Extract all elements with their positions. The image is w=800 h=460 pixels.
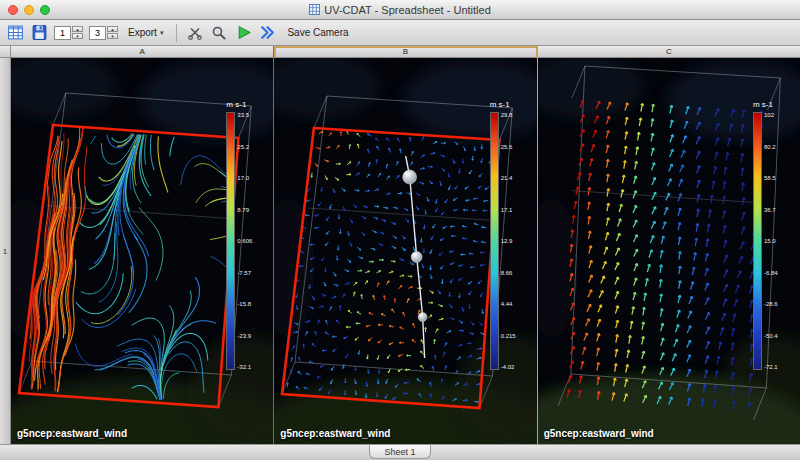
sheet-tab-label: Sheet 1 [384, 447, 415, 457]
scissors-icon [187, 25, 203, 41]
row-count-spinner[interactable]: ▴ ▾ [54, 26, 83, 40]
cell-b-visualization[interactable]: m s-1 29.825.621.417.112.98.664.440.215-… [274, 58, 536, 444]
column-count-arrows: ▴ ▾ [107, 26, 118, 39]
close-button[interactable] [8, 5, 18, 15]
variable-label: g5ncep:eastward_wind [17, 428, 127, 439]
toolbar-separator [176, 24, 177, 42]
magnifier-button[interactable] [210, 23, 228, 43]
colorbar-units: m s-1 [226, 100, 266, 109]
row-header-label: 1 [3, 247, 7, 256]
play-button[interactable] [234, 23, 252, 43]
corner-header[interactable] [0, 46, 11, 58]
cell-b[interactable]: B m s-1 29.825.621.417.112.98.664.440.21… [274, 46, 537, 444]
export-label: Export [128, 27, 157, 38]
variable-label: g5ncep:eastward_wind [280, 428, 390, 439]
export-button[interactable]: Export ▾ [124, 23, 167, 43]
app-window: UV-CDAT - Spreadsheet - Untitled ▴ ▾ [0, 0, 800, 460]
zoom-button[interactable] [40, 5, 50, 15]
cell-a-visualization[interactable]: m s-1 33.525.217.08.790.606-7.57-15.8-23… [11, 58, 273, 444]
window-title: UV-CDAT - Spreadsheet - Untitled [324, 4, 491, 16]
window-controls [8, 5, 50, 15]
column-header-a[interactable]: A [11, 46, 273, 58]
column-header-c[interactable]: C [538, 46, 800, 58]
window-titlebar[interactable]: UV-CDAT - Spreadsheet - Untitled [0, 0, 800, 20]
row-header-1[interactable]: 1 [0, 58, 11, 444]
column-count-up-button[interactable]: ▴ [107, 26, 118, 32]
colorbar-ticks: 33.525.217.08.790.606-7.57-15.8-23.9-32.… [237, 112, 252, 370]
row-count-up-button[interactable]: ▴ [72, 26, 83, 32]
double-chevron-icon [259, 24, 276, 41]
toolbar: ▴ ▾ ▴ ▾ Export ▾ [0, 20, 800, 46]
new-sheet-button[interactable] [6, 23, 24, 43]
row-count-down-button[interactable]: ▾ [72, 33, 83, 39]
magnifier-icon [211, 25, 227, 41]
column-count-input[interactable] [89, 26, 106, 40]
chevron-down-icon: ▾ [160, 29, 164, 37]
variable-label: g5ncep:eastward_wind [544, 428, 654, 439]
colorbar-b: m s-1 29.825.621.417.112.98.664.440.215-… [490, 100, 530, 370]
app-icon [309, 4, 320, 15]
spreadsheet-area: 1 A m s-1 33.525.217.08.790.606-7.57-15.… [0, 46, 800, 444]
cell-c-visualization[interactable]: m s-1 10280.258.536.715.0-6.84-28.6-50.4… [538, 58, 800, 444]
row-count-arrows: ▴ ▾ [72, 26, 83, 39]
colorbar-units: m s-1 [490, 100, 530, 109]
colorbar-gradient [753, 112, 762, 370]
sheet-tab[interactable]: Sheet 1 [369, 445, 430, 459]
window-title-wrap: UV-CDAT - Spreadsheet - Untitled [0, 4, 800, 16]
colorbar-units: m s-1 [753, 100, 793, 109]
column-count-down-button[interactable]: ▾ [107, 33, 118, 39]
cell-a[interactable]: A m s-1 33.525.217.08.790.606-7.57-15.8-… [11, 46, 274, 444]
colorbar-ticks: 29.825.621.417.112.98.664.440.215-4.02 [501, 112, 516, 370]
cell-c[interactable]: C m s-1 10280.258.536.715.0-6.84-28.6-50… [538, 46, 800, 444]
minimize-button[interactable] [24, 5, 34, 15]
save-button[interactable] [30, 23, 48, 43]
spreadsheet-grid-icon [7, 24, 24, 41]
cell-columns: A m s-1 33.525.217.08.790.606-7.57-15.8-… [11, 46, 800, 444]
statusbar: Sheet 1 [0, 444, 800, 460]
colorbar-gradient [490, 112, 499, 370]
row-count-input[interactable] [54, 26, 71, 40]
column-count-spinner[interactable]: ▴ ▾ [89, 26, 118, 40]
column-header-b[interactable]: B [274, 46, 536, 58]
play-icon [235, 24, 252, 41]
floppy-disk-icon [31, 24, 48, 41]
colorbar-a: m s-1 33.525.217.08.790.606-7.57-15.8-23… [226, 100, 266, 370]
colorbar-ticks: 10280.258.536.715.0-6.84-28.6-50.4-72.1 [764, 112, 778, 370]
colorbar-c: m s-1 10280.258.536.715.0-6.84-28.6-50.4… [753, 100, 793, 370]
scissors-button[interactable] [186, 23, 204, 43]
row-header-column: 1 [0, 46, 11, 444]
fast-forward-button[interactable] [258, 23, 276, 43]
colorbar-gradient [226, 112, 235, 370]
save-camera-button[interactable]: Save Camera [282, 23, 353, 43]
